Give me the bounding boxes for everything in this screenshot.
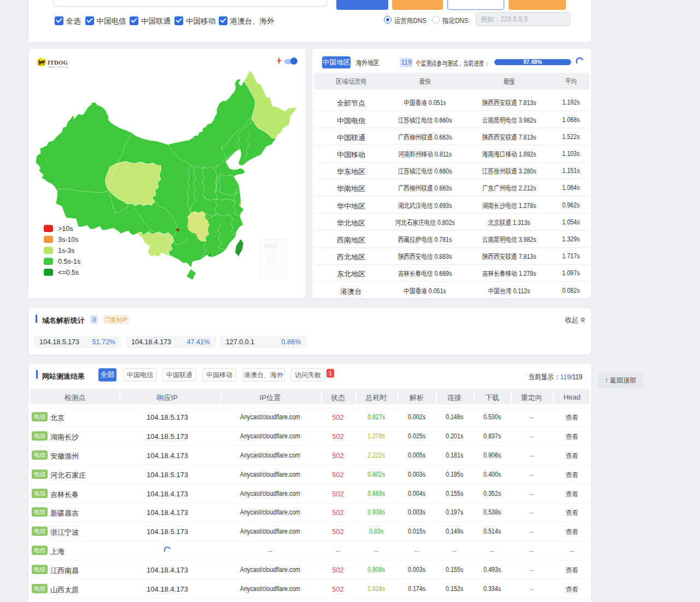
svg-text:>10s: >10s xyxy=(58,225,73,233)
svg-text:0.5s-1s: 0.5s-1s xyxy=(58,258,80,265)
svg-text:WWW.ITDOG.CN: WWW.ITDOG.CN xyxy=(48,66,68,68)
svg-text:1s-3s: 1s-3s xyxy=(58,247,75,254)
svg-text:3s-10s: 3s-10s xyxy=(58,236,79,244)
svg-text:<=0.5s: <=0.5s xyxy=(58,269,79,276)
svg-text:ITDOG: ITDOG xyxy=(48,60,68,66)
